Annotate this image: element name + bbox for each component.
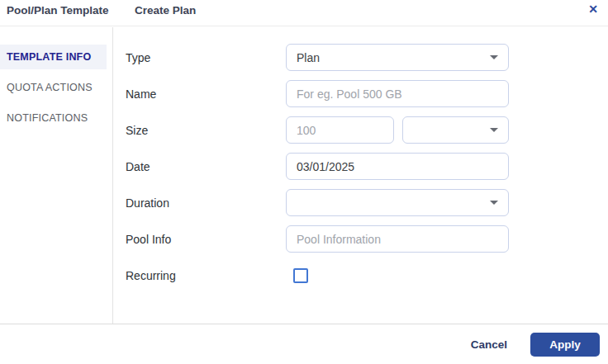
date-input[interactable] [286,153,509,180]
name-label: Name [126,87,286,101]
cancel-button[interactable]: Cancel [471,338,507,351]
form-row-date: Date [126,153,608,180]
date-label: Date [126,160,286,173]
type-select-value: Plan [297,51,483,64]
name-input[interactable] [286,80,509,107]
form-row-duration: Duration [126,189,608,216]
recurring-label: Recurring [126,269,286,282]
sidebar-item-template-info[interactable]: TEMPLATE INFO [0,45,107,69]
sidebar-item-quota-actions[interactable]: QUOTA ACTIONS [0,75,107,100]
sidebar: TEMPLATE INFO QUOTA ACTIONS NOTIFICATION… [0,27,113,324]
form-row-size: Size [126,116,608,144]
size-input[interactable] [286,116,394,144]
duration-select[interactable] [286,189,509,216]
size-label: Size [126,124,286,137]
dialog-header: Pool/Plan Template Create Plan ✕ [0,0,608,26]
template-info-form: Type Plan Name Size [114,27,608,324]
chevron-down-icon [490,201,498,205]
pool-info-input[interactable] [286,225,509,253]
form-row-pool-info: Pool Info [126,225,608,253]
dialog-title: Pool/Plan Template [7,4,109,17]
recurring-checkbox[interactable] [293,268,308,283]
create-plan-dialog: Pool/Plan Template Create Plan ✕ TEMPLAT… [0,0,608,364]
form-row-recurring: Recurring [126,262,608,289]
dialog-footer: Cancel Apply [0,324,608,364]
chevron-down-icon [490,55,498,59]
sidebar-item-notifications[interactable]: NOTIFICATIONS [0,106,107,130]
close-icon[interactable]: ✕ [585,1,601,17]
apply-button[interactable]: Apply [530,333,600,357]
page-title: Create Plan [135,4,196,17]
form-row-type: Type Plan [126,44,608,71]
size-unit-select[interactable] [402,116,509,144]
form-row-name: Name [126,80,608,107]
duration-label: Duration [126,196,286,210]
chevron-down-icon [490,128,498,132]
type-label: Type [126,51,286,64]
type-select[interactable]: Plan [286,44,509,71]
pool-info-label: Pool Info [126,233,286,246]
